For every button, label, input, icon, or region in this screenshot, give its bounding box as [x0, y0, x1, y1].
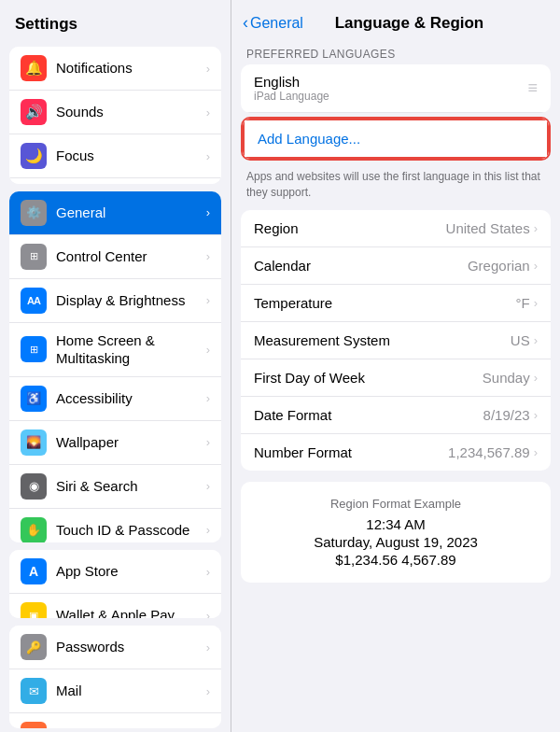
sidebar-label-passwords: Passwords	[56, 638, 206, 656]
notifications-icon: 🔔	[21, 55, 47, 81]
sidebar-item-focus[interactable]: 🌙 Focus ›	[9, 134, 221, 178]
chevron-right-icon: ›	[534, 259, 538, 273]
language-name: English	[254, 74, 329, 90]
region-format-box: Region Format Example 12:34 AM Saturday,…	[241, 482, 551, 583]
page-title: Language & Region	[311, 14, 508, 33]
sidebar-item-sounds[interactable]: 🔊 Sounds ›	[9, 91, 221, 134]
measurement-row[interactable]: Measurement System US ›	[241, 322, 551, 359]
sidebar-label-mail: Mail	[56, 682, 206, 700]
app-container: Settings 🔔 Notifications › 🔊 Sounds › 🌙 …	[0, 0, 560, 732]
chevron-right-icon: ›	[534, 221, 538, 235]
chevron-right-icon: ›	[206, 391, 210, 405]
add-language-row[interactable]: Add Language...	[243, 119, 549, 159]
sidebar-item-wallpaper[interactable]: 🌄 Wallpaper ›	[9, 421, 221, 465]
sidebar-group-2: ⚙️ General › ⊞ Control Center › AA Displ…	[9, 191, 221, 543]
sounds-icon: 🔊	[21, 99, 47, 125]
region-value: United States	[446, 220, 530, 236]
sidebar-label-accessibility: Accessibility	[56, 389, 206, 408]
app-store-icon: A	[21, 558, 47, 584]
chevron-right-icon: ›	[206, 149, 210, 163]
chevron-right-icon: ›	[206, 479, 210, 493]
region-settings-card: Region United States › Calendar Gregoria…	[241, 210, 551, 471]
temperature-value: °F	[515, 295, 529, 311]
first-day-label: First Day of Week	[254, 370, 483, 386]
focus-icon: 🌙	[21, 143, 47, 169]
sidebar-item-passwords[interactable]: 🔑 Passwords ›	[9, 626, 221, 669]
date-format-value: 8/19/23	[483, 407, 530, 423]
temperature-label: Temperature	[254, 295, 515, 311]
chevron-right-icon: ›	[206, 684, 210, 698]
reorder-handle-icon[interactable]: ≡	[527, 78, 538, 98]
sidebar-title: Settings	[0, 0, 231, 43]
sidebar: Settings 🔔 Notifications › 🔊 Sounds › 🌙 …	[0, 0, 231, 732]
sidebar-group-3: A App Store › ▣ Wallet & Apple Pay ›	[9, 550, 221, 618]
sidebar-label-notifications: Notifications	[56, 59, 206, 77]
temperature-row[interactable]: Temperature °F ›	[241, 285, 551, 322]
measurement-label: Measurement System	[254, 332, 511, 348]
main-content: ‹ General Language & Region PREFERRED LA…	[231, 0, 560, 732]
add-language-card[interactable]: Add Language...	[241, 117, 551, 161]
sidebar-item-screen-time[interactable]: ⏱ Screen Time ›	[9, 178, 221, 184]
chevron-right-icon: ›	[206, 205, 210, 219]
region-format-time: 12:34 AM	[256, 516, 536, 532]
number-format-value: 1,234,567.89	[448, 444, 530, 460]
calendar-value: Gregorian	[468, 258, 530, 274]
language-sub: iPad Language	[254, 90, 329, 103]
number-format-row[interactable]: Number Format 1,234,567.89 ›	[241, 434, 551, 471]
language-info-text: Apps and websites will use the first lan…	[231, 164, 560, 210]
mail-icon: ✉	[21, 678, 47, 704]
sidebar-item-home-screen[interactable]: ⊞ Home Screen & Multitasking ›	[9, 323, 221, 377]
measurement-value: US	[511, 332, 530, 348]
contacts-icon: 👤	[21, 722, 47, 728]
nav-header: ‹ General Language & Region	[231, 0, 560, 40]
region-format-date: Saturday, August 19, 2023	[256, 534, 536, 550]
sidebar-item-mail[interactable]: ✉ Mail ›	[9, 669, 221, 713]
language-card: English iPad Language ≡	[241, 64, 551, 113]
sidebar-item-display-brightness[interactable]: AA Display & Brightness ›	[9, 279, 221, 323]
sidebar-item-wallet-apple-pay[interactable]: ▣ Wallet & Apple Pay ›	[9, 594, 221, 618]
sidebar-label-home-screen: Home Screen & Multitasking	[56, 331, 206, 368]
region-format-title: Region Format Example	[256, 497, 536, 511]
number-format-label: Number Format	[254, 444, 448, 460]
region-label: Region	[254, 220, 446, 236]
sidebar-item-accessibility[interactable]: ♿ Accessibility ›	[9, 377, 221, 421]
touch-id-icon: ✋	[21, 517, 47, 543]
sidebar-group-1: 🔔 Notifications › 🔊 Sounds › 🌙 Focus › ⏱…	[9, 47, 221, 184]
control-center-icon: ⊞	[21, 244, 47, 270]
sidebar-label-wallet-apple-pay: Wallet & Apple Pay	[56, 606, 206, 618]
nav-back-button[interactable]: ‹ General	[243, 13, 303, 33]
chevron-right-icon: ›	[534, 296, 538, 310]
preferred-languages-header: PREFERRED LANGUAGES	[231, 40, 560, 64]
region-row[interactable]: Region United States ›	[241, 210, 551, 247]
chevron-right-icon: ›	[206, 523, 210, 537]
first-day-row[interactable]: First Day of Week Sunday ›	[241, 359, 551, 397]
sidebar-item-control-center[interactable]: ⊞ Control Center ›	[9, 235, 221, 279]
chevron-right-icon: ›	[206, 435, 210, 449]
chevron-right-icon: ›	[206, 293, 210, 307]
calendar-label: Calendar	[254, 258, 468, 274]
chevron-left-icon: ‹	[243, 13, 248, 33]
chevron-right-icon: ›	[206, 565, 210, 579]
chevron-right-icon: ›	[206, 62, 210, 76]
sidebar-item-siri-search[interactable]: ◉ Siri & Search ›	[9, 465, 221, 509]
sidebar-item-app-store[interactable]: A App Store ›	[9, 550, 221, 594]
add-language-label: Add Language...	[258, 131, 360, 147]
first-day-value: Sunday	[483, 370, 530, 386]
accessibility-icon: ♿	[21, 386, 47, 412]
nav-back-label: General	[250, 15, 303, 32]
chevron-right-icon: ›	[206, 609, 210, 618]
siri-search-icon: ◉	[21, 473, 47, 500]
date-format-row[interactable]: Date Format 8/19/23 ›	[241, 397, 551, 434]
sidebar-item-general[interactable]: ⚙️ General ›	[9, 191, 221, 235]
chevron-right-icon: ›	[534, 371, 538, 385]
sidebar-item-touch-id[interactable]: ✋ Touch ID & Passcode ›	[9, 509, 221, 543]
sidebar-label-wallpaper: Wallpaper	[56, 433, 206, 452]
calendar-row[interactable]: Calendar Gregorian ›	[241, 247, 551, 285]
sidebar-item-notifications[interactable]: 🔔 Notifications ›	[9, 47, 221, 91]
sidebar-label-general: General	[56, 204, 206, 222]
sidebar-group-4: 🔑 Passwords › ✉ Mail › 👤 Contacts ›	[9, 626, 221, 728]
sidebar-item-contacts[interactable]: 👤 Contacts ›	[9, 713, 221, 728]
chevron-right-icon: ›	[534, 333, 538, 347]
general-icon: ⚙️	[21, 200, 47, 226]
passwords-icon: 🔑	[21, 634, 47, 660]
